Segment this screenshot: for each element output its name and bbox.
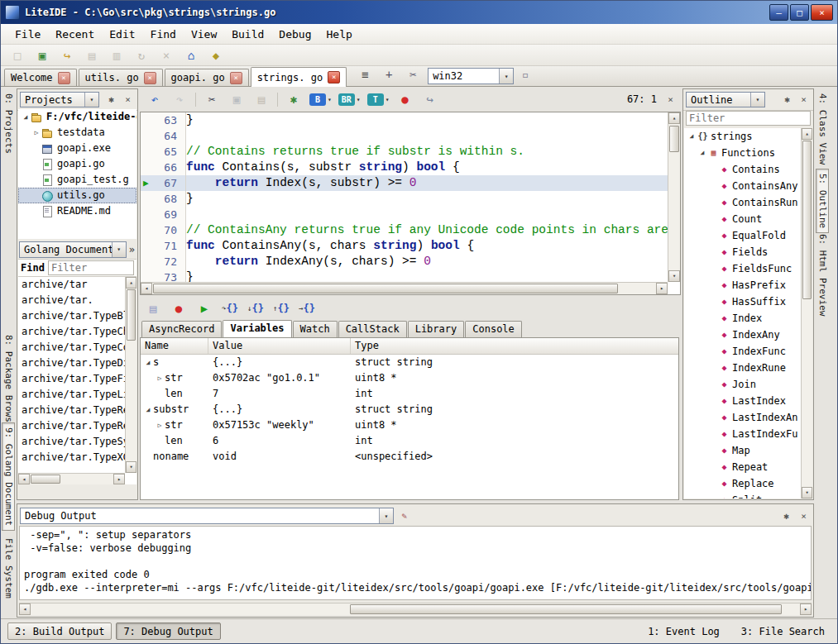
doc-list-item[interactable]: archive/tar.TypeXG [18,450,136,465]
export-button[interactable]: ↪ [418,89,441,109]
close-button[interactable]: × [811,4,833,21]
new-tab-button[interactable]: + [377,64,400,84]
cut-button[interactable]: ✂ [200,89,223,109]
code-editor[interactable]: 63646566▶67686970717273 }// Contains ret… [140,112,681,295]
side-tab-6-html-preview[interactable]: 6: Html Preview [816,229,829,321]
clear-output-icon[interactable]: ✎ [397,509,411,523]
scroll-thumb[interactable] [802,141,812,299]
outline-item[interactable]: ◆Count [684,211,801,227]
stop-debug-button[interactable]: ● [167,298,190,318]
gear-icon[interactable]: ✱ [779,509,793,523]
debug-tab-variables[interactable]: Variables [223,320,291,338]
chevron-down-icon[interactable]: ▾ [379,508,393,523]
step-into-button[interactable]: ↓{} [244,298,267,318]
variable-row[interactable]: ▷str0x57153c "weekly"uint8 * [141,417,678,433]
side-tab-file-system[interactable]: File System [2,533,15,603]
gear-icon[interactable]: ✱ [780,93,794,107]
target-options-button[interactable]: ▫ [514,64,537,84]
tab-list-button[interactable]: ≡ [353,64,376,84]
doc-browser-combo[interactable]: Golang Document ▾ [19,241,127,258]
outline-item[interactable]: ◢{}strings [684,128,801,145]
doc-list-item[interactable]: archive/tar. [18,293,136,308]
close-panel-icon[interactable]: × [797,509,811,523]
outline-item[interactable]: ◆Split [684,492,801,499]
code-line[interactable] [186,128,668,144]
outline-item[interactable]: ◆LastIndexFu [684,426,801,442]
chevron-down-icon[interactable]: ▾ [750,93,764,107]
outline-item[interactable]: ◆FieldsFunc [684,260,801,277]
menu-build[interactable]: Build [224,26,271,43]
doc-list-vscrollbar[interactable]: ▴ ▾ [125,277,136,473]
tab-welcome[interactable]: Welcome× [4,69,77,86]
doc-list-item[interactable]: archive/tar.TypeBlo [18,308,136,324]
outline-item[interactable]: ◆Map [684,442,801,459]
minimize-button[interactable]: – [769,4,788,21]
code-line[interactable]: } [186,112,668,128]
doc-list-item[interactable]: archive/tar.TypeCh [18,324,136,340]
outline-item[interactable]: ◆Index [684,310,801,327]
scroll-thumb[interactable] [31,475,60,484]
outline-item[interactable]: ◆EqualFold [684,227,801,244]
test-button[interactable]: T▾ [365,89,392,109]
outline-item[interactable]: ◆HasPrefix [684,277,801,293]
outline-item[interactable]: ◆HasSuffix [684,293,801,310]
outline-item[interactable]: ◆Join [684,376,801,393]
close-panel-icon[interactable]: × [797,93,811,107]
open-folder-button[interactable]: ↪ [55,45,79,65]
clear-output-button[interactable]: ▤ [141,298,165,318]
code-line[interactable]: } [186,191,668,207]
chevron-down-icon[interactable]: ▾ [84,93,98,107]
close-tab-icon[interactable]: × [58,72,70,84]
menu-debug[interactable]: Debug [271,26,318,43]
debug-tab-callstack[interactable]: CallStack [338,321,407,337]
debug-tab-library[interactable]: Library [408,321,465,337]
scroll-right-icon[interactable]: ▸ [113,474,125,484]
outline-item[interactable]: ◆Repeat [684,459,801,475]
project-tree-item[interactable]: ◢F:/vfc/liteide-g [18,109,136,125]
debug-tab-watch[interactable]: Watch [293,321,338,337]
copy-button[interactable]: ▣ [225,89,248,109]
project-tree-item[interactable]: goapi.go [18,156,136,172]
target-combo[interactable]: win32 ▾ [428,68,514,84]
close-tab-icon[interactable]: × [230,72,242,84]
column-header-name[interactable]: Name [141,338,208,354]
code-line[interactable]: func Contains(s, substr string) bool { [186,160,668,175]
doc-list-item[interactable]: archive/tar.TypeSym [18,434,136,450]
redo-button[interactable]: ↷ [168,89,191,109]
collapse-icon[interactable]: ◢ [143,355,153,370]
variable-row[interactable]: ◢substr{...}struct string [141,402,678,417]
column-header-value[interactable]: Value [208,338,351,354]
scroll-up-icon[interactable]: ▴ [126,277,136,289]
editor-code-area[interactable]: }// Contains returns true if substr is w… [186,112,668,282]
code-line[interactable] [186,207,668,222]
close-panel-icon[interactable]: × [121,93,135,107]
new-file-button[interactable]: □ [6,45,29,65]
tab-strings-go[interactable]: strings. go× [251,67,347,87]
outline-item[interactable]: ◆Contains [684,161,801,178]
side-tab-5-outline[interactable]: 5: Outline [816,169,829,233]
status-toggle-1-event-log[interactable]: 1: Event Log [640,626,727,637]
chevron-down-icon[interactable]: ▾ [112,242,126,257]
expand-icon[interactable]: ▷ [155,370,165,386]
debug-tab-console[interactable]: Console [465,321,522,337]
projects-combo[interactable]: Projects ▾ [20,92,99,107]
menu-recent[interactable]: Recent [48,26,102,43]
save-file-button[interactable]: ▤ [80,45,103,65]
maximize-button[interactable]: □ [790,4,809,21]
status-toggle-7-debug-output[interactable]: 7: Debug Output [116,623,220,640]
doc-list-item[interactable]: archive/tar.TypeCo [18,340,136,355]
options-button[interactable]: ◆ [204,45,227,65]
scroll-down-icon[interactable]: ▾ [668,270,680,282]
outline-item[interactable]: ◆IndexAny [684,327,801,343]
variable-row[interactable]: len7int [141,386,678,402]
outline-item[interactable]: ◆IndexRune [684,360,801,376]
scroll-right-icon[interactable]: ▸ [656,283,668,294]
editor-hscrollbar[interactable]: ◂ ▸ [141,282,668,294]
doc-list-item[interactable]: archive/tar.TypeDir [18,355,136,371]
side-tab-0-projects[interactable]: 0: Projects [2,88,15,159]
menu-find[interactable]: Find [143,26,184,43]
column-header-type[interactable]: Type [351,338,678,354]
project-tree-item[interactable]: goapi_test.g [18,172,136,188]
outline-item[interactable]: ◆LastIndex [684,393,801,409]
build-config-button[interactable]: ✱ [282,89,305,109]
